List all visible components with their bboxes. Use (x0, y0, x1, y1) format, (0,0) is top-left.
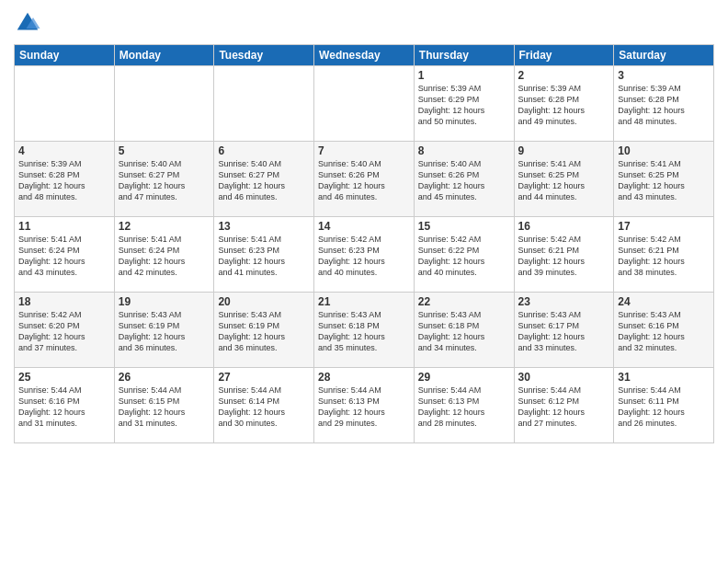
day-info: Sunrise: 5:43 AMSunset: 6:16 PMDaylight:… (618, 309, 710, 354)
day-number: 30 (518, 371, 610, 384)
day-number: 21 (318, 295, 410, 308)
day-number: 28 (318, 371, 410, 384)
day-info: Sunrise: 5:41 AMSunset: 6:23 PMDaylight:… (218, 234, 310, 279)
day-info: Sunrise: 5:42 AMSunset: 6:22 PMDaylight:… (418, 234, 510, 279)
day-number: 22 (418, 295, 510, 308)
calendar-cell: 21Sunrise: 5:43 AMSunset: 6:18 PMDayligh… (314, 293, 415, 368)
day-number: 26 (119, 371, 210, 384)
day-number: 15 (418, 220, 510, 233)
day-info: Sunrise: 5:41 AMSunset: 6:24 PMDaylight:… (119, 234, 210, 279)
day-info: Sunrise: 5:44 AMSunset: 6:12 PMDaylight:… (518, 385, 610, 430)
calendar-cell: 11Sunrise: 5:41 AMSunset: 6:24 PMDayligh… (15, 217, 115, 293)
day-number: 5 (119, 144, 210, 157)
calendar-cell: 17Sunrise: 5:42 AMSunset: 6:21 PMDayligh… (614, 217, 714, 293)
day-number: 13 (218, 220, 310, 233)
calendar-cell (314, 66, 415, 142)
day-header-monday: Monday (114, 45, 214, 66)
logo (14, 9, 45, 37)
header (14, 9, 714, 37)
calendar-cell: 8Sunrise: 5:40 AMSunset: 6:26 PMDaylight… (414, 142, 514, 217)
day-number: 23 (518, 295, 610, 308)
calendar-cell (214, 66, 314, 142)
day-number: 29 (418, 371, 510, 384)
day-info: Sunrise: 5:41 AMSunset: 6:25 PMDaylight:… (618, 158, 710, 203)
day-info: Sunrise: 5:43 AMSunset: 6:17 PMDaylight:… (518, 309, 610, 354)
day-info: Sunrise: 5:42 AMSunset: 6:21 PMDaylight:… (618, 234, 710, 279)
day-number: 3 (618, 69, 710, 82)
calendar-cell: 14Sunrise: 5:42 AMSunset: 6:23 PMDayligh… (314, 217, 415, 293)
day-info: Sunrise: 5:42 AMSunset: 6:21 PMDaylight:… (518, 234, 610, 279)
day-info: Sunrise: 5:44 AMSunset: 6:15 PMDaylight:… (119, 385, 210, 430)
day-info: Sunrise: 5:41 AMSunset: 6:25 PMDaylight:… (518, 158, 610, 203)
day-header-saturday: Saturday (614, 45, 714, 66)
calendar-week-row: 18Sunrise: 5:42 AMSunset: 6:20 PMDayligh… (15, 293, 714, 368)
day-info: Sunrise: 5:40 AMSunset: 6:26 PMDaylight:… (418, 158, 510, 203)
day-number: 4 (18, 144, 110, 157)
calendar-cell: 25Sunrise: 5:44 AMSunset: 6:16 PMDayligh… (15, 368, 115, 443)
calendar-cell: 16Sunrise: 5:42 AMSunset: 6:21 PMDayligh… (514, 217, 614, 293)
calendar-cell: 31Sunrise: 5:44 AMSunset: 6:11 PMDayligh… (614, 368, 714, 443)
day-number: 8 (418, 144, 510, 157)
calendar-cell: 3Sunrise: 5:39 AMSunset: 6:28 PMDaylight… (614, 66, 714, 142)
day-info: Sunrise: 5:43 AMSunset: 6:19 PMDaylight:… (119, 309, 210, 354)
day-header-sunday: Sunday (15, 45, 115, 66)
day-header-thursday: Thursday (414, 45, 514, 66)
calendar-cell: 9Sunrise: 5:41 AMSunset: 6:25 PMDaylight… (514, 142, 614, 217)
day-number: 25 (18, 371, 110, 384)
day-info: Sunrise: 5:44 AMSunset: 6:11 PMDaylight:… (618, 385, 710, 430)
calendar-cell: 4Sunrise: 5:39 AMSunset: 6:28 PMDaylight… (15, 142, 115, 217)
day-info: Sunrise: 5:43 AMSunset: 6:18 PMDaylight:… (318, 309, 410, 354)
calendar-cell: 18Sunrise: 5:42 AMSunset: 6:20 PMDayligh… (15, 293, 115, 368)
calendar-week-row: 25Sunrise: 5:44 AMSunset: 6:16 PMDayligh… (15, 368, 714, 443)
calendar-cell: 1Sunrise: 5:39 AMSunset: 6:29 PMDaylight… (414, 66, 514, 142)
calendar-cell: 5Sunrise: 5:40 AMSunset: 6:27 PMDaylight… (114, 142, 214, 217)
day-header-tuesday: Tuesday (214, 45, 314, 66)
day-number: 6 (218, 144, 310, 157)
calendar-cell: 29Sunrise: 5:44 AMSunset: 6:13 PMDayligh… (414, 368, 514, 443)
day-info: Sunrise: 5:44 AMSunset: 6:16 PMDaylight:… (18, 385, 110, 430)
calendar-week-row: 11Sunrise: 5:41 AMSunset: 6:24 PMDayligh… (15, 217, 714, 293)
calendar-cell: 12Sunrise: 5:41 AMSunset: 6:24 PMDayligh… (114, 217, 214, 293)
day-info: Sunrise: 5:39 AMSunset: 6:29 PMDaylight:… (418, 83, 510, 128)
calendar-cell (15, 66, 115, 142)
day-info: Sunrise: 5:42 AMSunset: 6:20 PMDaylight:… (18, 309, 110, 354)
day-header-friday: Friday (514, 45, 614, 66)
calendar-cell: 15Sunrise: 5:42 AMSunset: 6:22 PMDayligh… (414, 217, 514, 293)
day-number: 31 (618, 371, 710, 384)
calendar-cell: 19Sunrise: 5:43 AMSunset: 6:19 PMDayligh… (114, 293, 214, 368)
calendar-cell: 26Sunrise: 5:44 AMSunset: 6:15 PMDayligh… (114, 368, 214, 443)
calendar-cell (114, 66, 214, 142)
page: SundayMondayTuesdayWednesdayThursdayFrid… (0, 0, 728, 563)
day-number: 19 (119, 295, 210, 308)
day-number: 7 (318, 144, 410, 157)
day-number: 27 (218, 371, 310, 384)
calendar-cell: 2Sunrise: 5:39 AMSunset: 6:28 PMDaylight… (514, 66, 614, 142)
calendar-cell: 20Sunrise: 5:43 AMSunset: 6:19 PMDayligh… (214, 293, 314, 368)
day-info: Sunrise: 5:42 AMSunset: 6:23 PMDaylight:… (318, 234, 410, 279)
logo-icon (14, 9, 41, 37)
day-number: 18 (18, 295, 110, 308)
day-info: Sunrise: 5:43 AMSunset: 6:19 PMDaylight:… (218, 309, 310, 354)
day-number: 16 (518, 220, 610, 233)
calendar-cell: 27Sunrise: 5:44 AMSunset: 6:14 PMDayligh… (214, 368, 314, 443)
calendar-cell: 13Sunrise: 5:41 AMSunset: 6:23 PMDayligh… (214, 217, 314, 293)
calendar-cell: 23Sunrise: 5:43 AMSunset: 6:17 PMDayligh… (514, 293, 614, 368)
day-number: 17 (618, 220, 710, 233)
day-info: Sunrise: 5:43 AMSunset: 6:18 PMDaylight:… (418, 309, 510, 354)
calendar-cell: 6Sunrise: 5:40 AMSunset: 6:27 PMDaylight… (214, 142, 314, 217)
calendar-cell: 28Sunrise: 5:44 AMSunset: 6:13 PMDayligh… (314, 368, 415, 443)
day-number: 10 (618, 144, 710, 157)
day-info: Sunrise: 5:40 AMSunset: 6:27 PMDaylight:… (119, 158, 210, 203)
calendar-cell: 22Sunrise: 5:43 AMSunset: 6:18 PMDayligh… (414, 293, 514, 368)
day-number: 9 (518, 144, 610, 157)
day-number: 20 (218, 295, 310, 308)
day-info: Sunrise: 5:44 AMSunset: 6:14 PMDaylight:… (218, 385, 310, 430)
day-info: Sunrise: 5:39 AMSunset: 6:28 PMDaylight:… (618, 83, 710, 128)
day-number: 1 (418, 69, 510, 82)
calendar-table: SundayMondayTuesdayWednesdayThursdayFrid… (14, 44, 714, 443)
day-number: 14 (318, 220, 410, 233)
day-header-wednesday: Wednesday (314, 45, 415, 66)
day-info: Sunrise: 5:44 AMSunset: 6:13 PMDaylight:… (318, 385, 410, 430)
day-info: Sunrise: 5:41 AMSunset: 6:24 PMDaylight:… (18, 234, 110, 279)
day-info: Sunrise: 5:39 AMSunset: 6:28 PMDaylight:… (18, 158, 110, 203)
